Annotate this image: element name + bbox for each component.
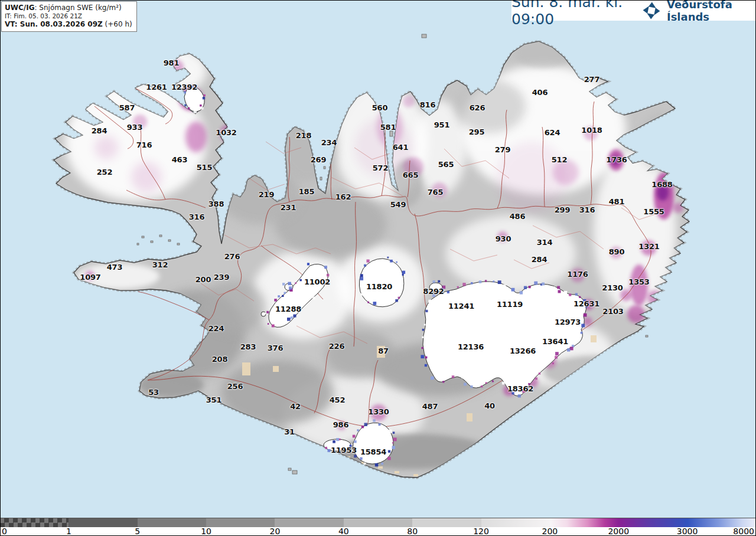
colorbar-tick: 8000 (733, 527, 754, 536)
colorbar-tick: 10 (201, 527, 211, 536)
colorbar-tick: 1 (66, 527, 71, 536)
colorbar-segment (69, 518, 137, 527)
colorbar-segment (550, 518, 618, 527)
glacier-tungnafellsjokull (429, 283, 442, 292)
init-time: IT: Fim. 05. 03. 2026 21Z (5, 12, 132, 20)
colorbar-tick: 20 (270, 527, 281, 536)
colorbar-segment (344, 518, 412, 527)
colorbar-tick-labels: 01510204080120200200030008000 (0, 527, 756, 536)
colorbar-tick: 120 (473, 527, 489, 536)
colorbar-tick: 2000 (608, 527, 629, 536)
imo-logo-icon (641, 1, 662, 21)
colorbar-tick: 0 (2, 527, 7, 536)
colorbar-tick: 40 (338, 527, 349, 536)
product-title: UWC/IG: Snjómagn SWE (kg/m²) (5, 4, 132, 12)
valid-time: VT: Sun. 08.03.2026 09Z (+60 h) (5, 20, 132, 29)
colorbar-segment (138, 518, 206, 527)
swe-colorbar (0, 518, 756, 527)
colorbar-segment (618, 518, 687, 527)
iceland-swe-map: 9811261123925879332847164635152521032388… (0, 0, 756, 518)
colorbar-tick: 200 (542, 527, 558, 536)
forecast-info-box: UWC/IG: Snjómagn SWE (kg/m²) IT: Fim. 05… (1, 1, 137, 32)
colorbar-segment (481, 518, 550, 527)
map-canvas (0, 0, 756, 518)
colorbar-tick: 5 (135, 527, 140, 536)
colorbar-segment (412, 518, 481, 527)
valid-datetime-label: Sun. 8. mar. kl. 09:00 (511, 0, 634, 28)
colorbar-tick: 80 (407, 527, 418, 536)
org-name-label: Veðurstofa Íslands (667, 0, 753, 23)
colorbar-segment (0, 518, 69, 527)
colorbar-segment (206, 518, 275, 527)
colorbar-tick: 3000 (677, 527, 698, 536)
header-strip: Sun. 8. mar. kl. 09:00 Veðurstofa Ísland… (511, 0, 756, 21)
colorbar-segment (687, 518, 756, 527)
colorbar-segment (275, 518, 343, 527)
